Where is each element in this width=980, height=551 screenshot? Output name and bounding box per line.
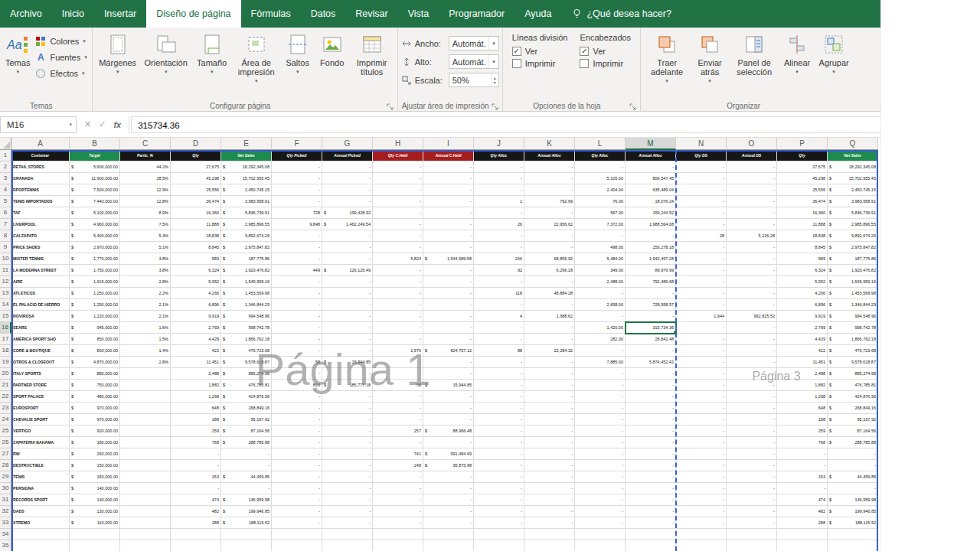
cell-K12[interactable]: - [524, 276, 575, 288]
cell-K8[interactable]: - [524, 230, 575, 242]
row-header-28[interactable]: 28 [0, 460, 11, 471]
cell-L16[interactable]: 1,420.00 [575, 322, 626, 334]
cell-A30[interactable]: PERSIGNA [11, 483, 70, 494]
cell-L15[interactable]: - [575, 311, 626, 322]
column-header-L[interactable]: L [575, 138, 626, 150]
cell-G17[interactable]: - [322, 334, 373, 345]
cell-F17[interactable]: - [272, 334, 322, 345]
cell-B1[interactable]: Target [70, 150, 120, 161]
row-header-22[interactable]: 22 [0, 391, 11, 403]
cell-E27[interactable]: - [221, 448, 272, 460]
cell-K23[interactable]: - [524, 403, 575, 414]
cell-A16[interactable]: SEARS [11, 322, 70, 334]
cell-E1[interactable]: Net Sales [221, 150, 272, 161]
cell-E2[interactable]: $18,292,345.08 [221, 161, 272, 173]
dropdown-icon[interactable]: ▾ [488, 37, 498, 50]
cell-Q9[interactable]: $2,975,847.82 [828, 242, 878, 253]
dialog-launcher-ajustar[interactable] [492, 100, 500, 109]
cell-M28[interactable]: - [626, 460, 676, 471]
cell-D11[interactable]: 6,324 [171, 265, 221, 276]
cell-N26[interactable]: - [676, 437, 727, 448]
cell-N30[interactable]: - [676, 483, 727, 494]
cell-D32[interactable]: 482 [171, 506, 221, 517]
cell-J21[interactable]: - [474, 380, 524, 391]
select-all-corner[interactable] [0, 138, 11, 150]
cell-C29[interactable] [120, 471, 171, 483]
cell-H25[interactable]: 257 [373, 425, 423, 437]
cell-J35[interactable] [474, 540, 524, 551]
cell-F33[interactable]: - [272, 517, 322, 529]
cell-F4[interactable]: - [272, 184, 322, 196]
cell-J6[interactable]: - [474, 207, 524, 219]
cell-G5[interactable]: - [322, 196, 373, 207]
cell-L22[interactable]: - [575, 391, 626, 403]
cell-M2[interactable]: - [626, 161, 676, 173]
row-header-35[interactable]: 35 [0, 540, 11, 551]
cell-C9[interactable]: 5.1% [120, 242, 171, 253]
cell-J20[interactable]: - [474, 368, 524, 380]
cell-Q12[interactable]: $1,549,959.16 [828, 276, 878, 288]
themes-button[interactable]: Aa Temas ▾ [3, 30, 32, 94]
row-header-13[interactable]: 13 [0, 288, 11, 299]
cell-L5[interactable]: 76.00 [575, 196, 626, 207]
gridlines-view-row[interactable]: ✓ Ver [512, 47, 568, 56]
cell-I30[interactable]: - [423, 483, 474, 494]
cell-F18[interactable]: - [272, 345, 322, 357]
scale-spinner[interactable]: 50% ▲▼ [449, 73, 499, 87]
cell-D1[interactable]: Qty [171, 150, 221, 161]
cell-N34[interactable] [676, 529, 727, 540]
cell-D16[interactable]: 2,769 [171, 322, 221, 334]
cell-P17[interactable]: 4,429 [777, 334, 828, 345]
cell-O35[interactable] [727, 540, 777, 551]
cell-C15[interactable]: 2.1% [120, 311, 171, 322]
cell-I18[interactable]: $824,757.12 [423, 345, 474, 357]
cell-K9[interactable]: - [524, 242, 575, 253]
cell-O31[interactable]: - [727, 494, 777, 506]
cell-B10[interactable]: $1,770,000.00 [70, 253, 120, 265]
cell-O5[interactable]: - [727, 196, 777, 207]
tab-diseno-de-pagina[interactable]: Diseño de página [146, 0, 240, 28]
cell-F7[interactable]: 9,848 [272, 219, 322, 230]
cell-A20[interactable]: ITALY SPORTS [11, 368, 70, 380]
cell-I9[interactable]: - [423, 242, 474, 253]
column-header-E[interactable]: E [221, 138, 272, 150]
cell-C34[interactable] [120, 529, 171, 540]
cell-E7[interactable]: $2,985,896.55 [221, 219, 272, 230]
cell-P14[interactable]: 6,896 [777, 299, 828, 311]
cell-K19[interactable]: - [524, 357, 575, 368]
cell-K21[interactable]: - [524, 380, 575, 391]
cell-B22[interactable]: $480,000.00 [70, 391, 120, 403]
cell-P7[interactable]: 11,888 [777, 219, 828, 230]
cell-Q7[interactable]: $2,985,896.55 [828, 219, 878, 230]
cell-G20[interactable]: - [322, 368, 373, 380]
row-header-17[interactable]: 17 [0, 334, 11, 345]
tab-formulas[interactable]: Fórmulas [241, 0, 301, 28]
row-header-30[interactable]: 30 [0, 483, 11, 494]
cell-A21[interactable]: PARTNER STORE [11, 380, 70, 391]
cell-J30[interactable]: - [474, 483, 524, 494]
cell-P30[interactable]: - [777, 483, 828, 494]
cell-Q19[interactable]: $9,578,618.87 [828, 357, 878, 368]
cell-G7[interactable]: $1,462,249.54 [322, 219, 373, 230]
cell-P34[interactable] [777, 529, 828, 540]
cell-K6[interactable]: - [524, 207, 575, 219]
cell-B18[interactable]: $800,000.00 [70, 345, 120, 357]
cell-D14[interactable]: 6,896 [171, 299, 221, 311]
cell-J11[interactable]: 92 [474, 265, 524, 276]
cell-O15[interactable]: 962,825.52 [727, 311, 777, 322]
cell-O9[interactable]: - [727, 242, 777, 253]
cell-H1[interactable]: Qty C.Held [373, 150, 423, 161]
cell-G9[interactable]: - [322, 242, 373, 253]
cell-L29[interactable]: - [575, 471, 626, 483]
cell-B31[interactable]: $130,000.00 [70, 494, 120, 506]
cell-M16[interactable]: 315,734.36 [626, 322, 676, 334]
cell-F10[interactable]: - [272, 253, 322, 265]
cell-E34[interactable] [221, 529, 272, 540]
column-header-F[interactable]: F [272, 138, 322, 150]
cell-F20[interactable]: - [272, 368, 322, 380]
cell-E4[interactable]: $2,450,745.15 [221, 184, 272, 196]
cell-G35[interactable] [322, 540, 373, 551]
cell-K7[interactable]: 22,956.62 [524, 219, 575, 230]
cell-N5[interactable]: - [676, 196, 727, 207]
row-header-19[interactable]: 19 [0, 357, 11, 368]
